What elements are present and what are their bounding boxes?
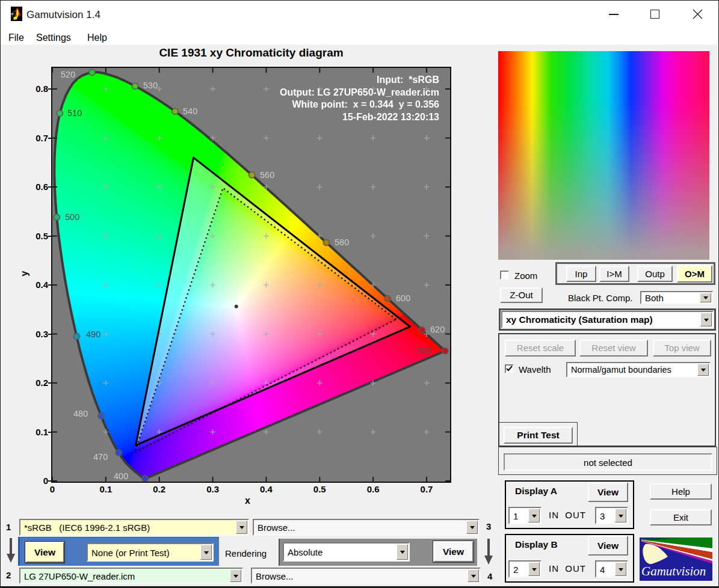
svg-text:Gamutvision: Gamutvision	[641, 564, 706, 578]
